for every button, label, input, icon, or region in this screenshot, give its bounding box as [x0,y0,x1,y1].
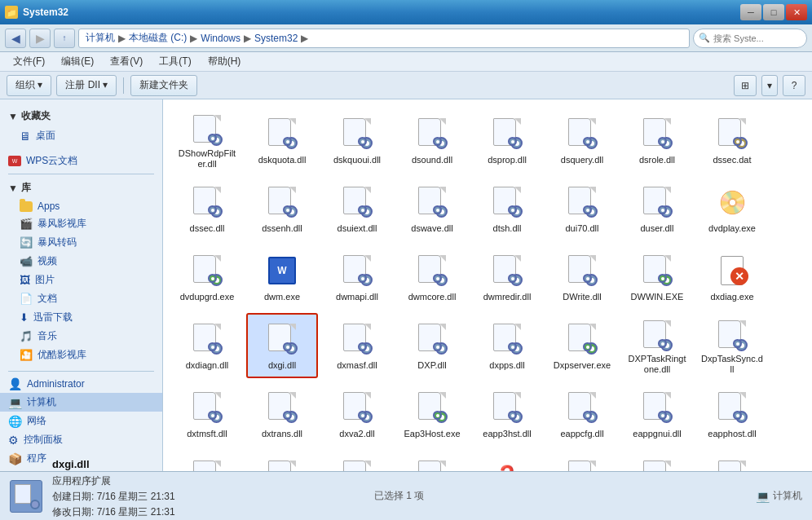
file-item[interactable]: dxtrans.dll [246,381,318,447]
path-sep-2: ▶ [190,33,197,44]
file-item[interactable]: dssec.dll [171,176,243,241]
sidebar-favorites-header[interactable]: ▼ 收藏夹 [0,106,162,126]
file-item[interactable]: eappgnui.dll [621,381,693,447]
help-button[interactable]: ? [783,75,805,96]
menu-help[interactable]: 帮助(H) [201,53,248,70]
view-button[interactable]: ⊞ [734,75,757,96]
file-item[interactable]: dsquery.dll [546,108,618,173]
file-name-label: dsuiext.dll [338,223,377,234]
file-item[interactable]: W dwm.exe [246,245,318,310]
file-item[interactable]: DWrite.dll [546,245,618,310]
sidebar-item-music[interactable]: 🎵 音乐 [0,327,162,346]
file-item[interactable]: dsrole.dll [621,108,693,173]
file-item[interactable]: eapphost.dll [696,381,768,447]
sidebar-item-apps[interactable]: Apps [0,198,162,214]
sidebar-item-storm-video[interactable]: 🎬 暴风影视库 [0,214,162,233]
file-item[interactable]: dswave.dll [396,176,468,241]
close-button[interactable]: ✕ [786,4,807,20]
file-name-label: dxdiag.exe [710,292,753,302]
file-item[interactable]: dxtmsft.dll [171,381,243,447]
menu-edit[interactable]: 编辑(E) [55,53,100,70]
file-item[interactable]: dxva2.dll [321,381,393,447]
sidebar-divider-2 [8,371,154,372]
file-item[interactable]: DShowRdpFilter.dll [171,108,243,173]
back-button[interactable]: ◀ [5,29,26,48]
up-button[interactable]: ↑ [54,29,75,48]
sidebar-item-control-panel[interactable]: ⚙ 控制面板 [0,430,162,449]
file-item[interactable]: DXPTaskRingtone.dll [621,313,693,378]
sidebar-item-network[interactable]: 🌐 网络 [0,412,162,430]
sidebar-item-computer[interactable]: 💻 计算机 [0,393,162,412]
file-item[interactable]: dxdiagn.dll [171,313,243,378]
file-item[interactable]: dvdupgrd.exe [171,245,243,310]
file-item[interactable]: efscore.dll [696,450,768,471]
file-item[interactable]: DWWIN.EXE [621,245,693,310]
sidebar-item-desktop[interactable]: 🖥 桌面 [0,126,162,145]
file-name-label: dsound.dll [412,155,452,165]
path-sep-1: ▶ [118,33,126,44]
path-item-windows[interactable]: Windows [201,33,241,44]
file-item[interactable]: DXP.dll [396,313,468,378]
file-item[interactable]: dssec.dat [696,108,768,173]
file-item[interactable]: dskquoui.dll [321,108,393,173]
menu-tools[interactable]: 工具(T) [152,53,197,70]
sidebar-item-admin[interactable]: 👤 Administrator [0,375,162,393]
file-item[interactable]: edlin.exe [546,450,618,471]
file-item[interactable]: dtsh.dll [471,176,543,241]
file-item[interactable]: 📀dvdplay.exe [696,176,768,241]
organize-button[interactable]: 组织 ▾ [7,75,51,96]
forward-button[interactable]: ▶ [29,29,51,48]
file-item[interactable]: ❓EDIT.HLP [471,450,543,471]
new-folder-button[interactable]: 新建文件夹 [130,75,197,96]
file-icon [638,388,677,427]
path-item-c[interactable]: 本地磁盘 (C:) [129,31,187,45]
file-name-label: dssec.dat [713,155,751,165]
file-item[interactable]: dsound.dll [396,108,468,173]
file-item[interactable]: edit.com [396,450,468,471]
sidebar-library-header[interactable]: ▼ 库 [0,178,162,198]
file-name-label: eappgnui.dll [633,429,681,439]
file-item[interactable]: dsprop.dll [471,108,543,173]
file-item[interactable]: efsadu.dll [621,450,693,471]
file-item[interactable]: dwmcore.dll [396,245,468,310]
file-item[interactable]: eappcfg.dll [546,381,618,447]
minimize-button[interactable]: ─ [740,4,761,20]
file-item[interactable]: dskquota.dll [246,108,318,173]
search-input[interactable] [693,29,807,48]
file-item[interactable]: eapp3hst.dll [471,381,543,447]
file-item[interactable]: dxpps.dll [471,313,543,378]
file-icon [638,456,677,471]
file-item[interactable]: dwmredir.dll [471,245,543,310]
path-item-computer[interactable]: 计算机 [86,31,115,45]
file-item[interactable]: dui70.dll [546,176,618,241]
sidebar-item-storm-convert[interactable]: 🔄 暴风转码 [0,233,162,252]
menu-file[interactable]: 文件(F) [7,53,51,70]
file-icon [338,183,377,222]
sidebar-item-thunder[interactable]: ⬇ 迅雷下载 [0,308,162,327]
path-item-system32[interactable]: System32 [254,33,298,44]
music-label: 音乐 [38,329,57,343]
status-bar: dxgi.dll 应用程序扩展 创建日期: 7/16 星期三 21:31 修改日… [0,471,812,520]
sidebar-library: ▼ 库 Apps 🎬 暴风影视库 🔄 暴风转码 📹 视频 🖼 图片 [0,178,162,364]
file-item[interactable]: Dxpserver.exe [546,313,618,378]
file-item[interactable]: dsuiext.dll [321,176,393,241]
title-bar: 📁 System32 ─ □ ✕ [0,0,812,24]
file-item[interactable]: duser.dll [621,176,693,241]
file-item[interactable]: Eap3Host.exe [396,381,468,447]
file-item[interactable]: dxmasf.dll [321,313,393,378]
file-name-label: dwm.exe [264,292,300,302]
file-item[interactable]: DxpTaskSync.dll [696,313,768,378]
menu-view[interactable]: 查看(V) [104,53,149,70]
maximize-button[interactable]: □ [763,4,784,20]
sidebar-item-pictures[interactable]: 🖼 图片 [0,271,162,289]
sidebar-item-documents[interactable]: 📄 文档 [0,289,162,308]
file-item[interactable]: dwmapi.dll [321,245,393,310]
register-dll-button[interactable]: 注册 DII ▾ [56,75,117,96]
file-item[interactable]: dssenh.dll [246,176,318,241]
sidebar-item-wps[interactable]: W WPS云文档 [0,152,162,170]
file-item[interactable]: ✕ dxdiag.exe [696,245,768,310]
sidebar-item-youku[interactable]: 🎦 优酷影视库 [0,346,162,364]
file-item[interactable]: dxgi.dll [246,313,318,378]
sidebar-item-videos[interactable]: 📹 视频 [0,252,162,271]
view-toggle-button[interactable]: ▾ [761,75,778,96]
